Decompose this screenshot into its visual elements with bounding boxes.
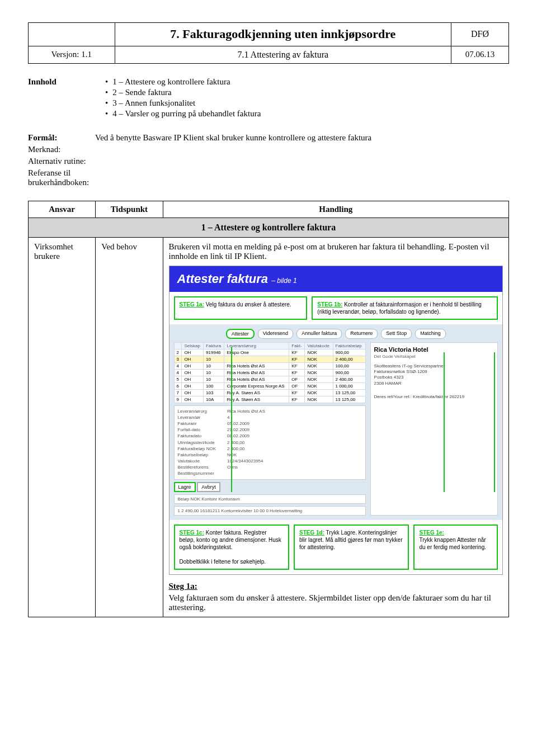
- callout-1d: STEG 1d: Trykk Lagre. Konteringslinjer b…: [294, 525, 409, 570]
- details-panel: Leverandørorg Leverandør Fakturanr Forfa…: [174, 405, 366, 480]
- document-header-table: 7. Fakturagodkjenning uten innkjøpsordre…: [28, 22, 509, 64]
- col-ansvar: Ansvar: [29, 201, 96, 218]
- toolbar-mock: Attester Videresend Annuller faktura Ret…: [174, 329, 498, 339]
- invoice-preview: Rica Victoria Hotel Det Gode Vertskapet …: [370, 342, 498, 516]
- formal-label: Formål:: [28, 133, 95, 143]
- doc-subtitle: 7.1 Attestering av faktura: [115, 46, 451, 63]
- table-row: 2OH919946Ekspo OneKFNOK900,00: [174, 349, 365, 356]
- altrutine-label: Alternativ rutine:: [28, 157, 95, 166]
- lagre-button[interactable]: Lagre: [174, 482, 196, 492]
- annuller-button[interactable]: Annuller faktura: [296, 329, 342, 339]
- cell-tidspunkt: Ved behov: [96, 237, 163, 617]
- table-row: 6OH100Corporate Express Norge ASOFNOK1 0…: [174, 382, 365, 389]
- col-tidspunkt: Tidspunkt: [96, 201, 163, 218]
- list-item: 3 – Annen funksjonalitet: [105, 98, 509, 108]
- org-label: DFØ: [451, 23, 508, 46]
- vendor-logo: Rica Victoria Hotel: [374, 346, 494, 353]
- doc-date: 07.06.13: [451, 46, 508, 63]
- callout-1e: STEG 1e: Trykk knappen Attester når du e…: [413, 525, 498, 570]
- vendor-tag: Det Gode Vertskapet: [374, 354, 494, 359]
- doc-title: 7. Fakturagodkjenning uten innkjøpsordre: [115, 23, 451, 46]
- avbryt-button[interactable]: Avbryt: [197, 482, 220, 492]
- action-table: Ansvar Tidspunkt Handling 1 – Attestere …: [28, 201, 509, 617]
- attester-button[interactable]: Attester: [226, 329, 255, 339]
- matching-button[interactable]: Matching: [415, 329, 446, 339]
- invoice-grid[interactable]: Selskap Faktura Leverandørorg Fakt- Valu…: [174, 342, 366, 403]
- step-1a-label: Steg 1a:: [169, 582, 503, 591]
- table-row: 4OH10Rica Hotels Øst ASKFNOK100,00: [174, 362, 365, 369]
- vendor-info: Skottleastens IT-og Servicespartner Fakt…: [374, 363, 494, 387]
- list-item: 1 – Attestere og kontrollere faktura: [105, 77, 509, 87]
- embed-title: Attester faktura – bilde 1: [169, 266, 503, 292]
- innhold-label: Innhold: [28, 77, 95, 120]
- table-row: 5OH10Rica Hotels Øst ASOFNOK2 400,00: [174, 376, 365, 382]
- callout-1c: STEG 1c: Konter faktura. Registrer beløp…: [174, 525, 289, 570]
- table-row: 9OH10ARoy A. Støen ASKFNOK13 125,00: [174, 396, 365, 403]
- col-handling: Handling: [163, 201, 509, 218]
- returnere-button[interactable]: Returnere: [345, 329, 378, 339]
- vendor-ref: Deres ref/Your ref.: Kredittnota/fakt nr…: [374, 394, 494, 400]
- embedded-screenshot: Attester faktura – bilde 1 STEG 1a: Velg…: [169, 266, 503, 575]
- list-item: 2 – Sende faktura: [105, 88, 509, 97]
- step-1a-text: Velg fakturaen som du ønsker å attestere…: [169, 593, 492, 612]
- app-mock: Attester Videresend Annuller faktura Ret…: [169, 324, 503, 520]
- detail-labels: Leverandørorg Leverandør Fakturanr Forfa…: [178, 408, 216, 477]
- callout-1b: STEG 1b: Kontroller at fakturainformasjo…: [312, 296, 498, 320]
- section-heading: 1 – Attestere og kontrollere faktura: [29, 218, 509, 237]
- innhold-list: 1 – Attestere og kontrollere faktura 2 –…: [95, 77, 509, 120]
- kontering-values: 1 2 490,00 16181211 Kontorrekvisiter 10 …: [174, 506, 366, 516]
- table-row: 3OH10KFNOK2 400,00: [174, 356, 365, 362]
- table-row: 4OH10Rica Hotels Øst ASKFNOK900,00: [174, 369, 365, 376]
- ref-label: Referanse til brukerhåndboken:: [28, 168, 95, 187]
- list-item: 4 – Varsler og purring på ubehandlet fak…: [105, 109, 509, 119]
- cell-handling: Brukeren vil motta en melding på e-post …: [163, 237, 509, 617]
- settstop-button[interactable]: Sett Stop: [381, 329, 412, 339]
- detail-values: Rica Hotels Øst AS 4 05.02.2009 21.02.20…: [227, 408, 265, 477]
- callout-1a: STEG 1a: Velg faktura du ønsker å attest…: [174, 296, 308, 320]
- step-1a-block: Steg 1a: Velg fakturaen som du ønsker å …: [169, 582, 503, 612]
- formal-text: Ved å benytte Basware IP Klient skal bru…: [95, 133, 509, 143]
- kontering-row: Beløp NOK Kontonr Kontonavn: [174, 494, 366, 504]
- handling-intro: Brukeren vil motta en melding på e-post …: [169, 242, 503, 261]
- version-label: Versjon: 1.1: [29, 46, 115, 63]
- videresend-button[interactable]: Videresend: [258, 329, 293, 339]
- table-row: 7OH103Roy A. Støen ASKFNOK13 125,00: [174, 389, 365, 396]
- cell-ansvar: Virksomhet brukere: [29, 237, 96, 617]
- merknad-label: Merknad:: [28, 145, 95, 154]
